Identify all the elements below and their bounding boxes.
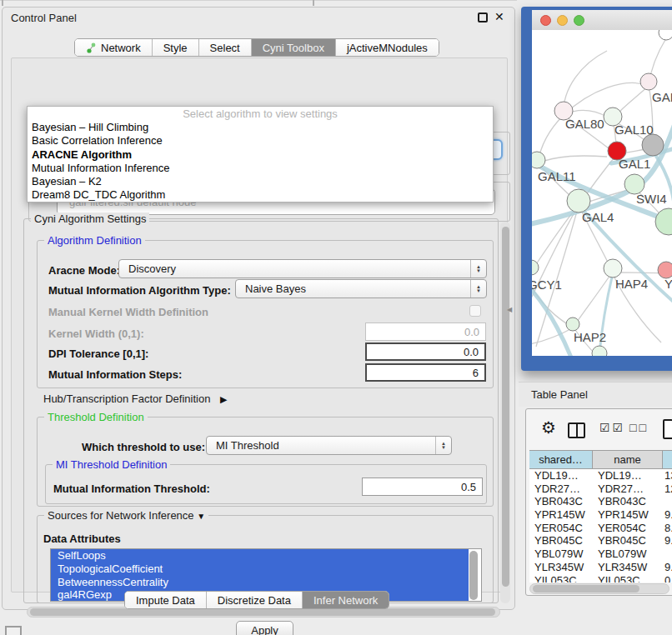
node-label-gal80: GAL80 xyxy=(565,117,604,131)
settings-vertical-scrollbar[interactable] xyxy=(500,222,510,603)
table-row[interactable]: YLR345WYLR345W9. xyxy=(529,561,672,574)
table-cell: 8. xyxy=(663,522,672,535)
control-panel-window: Control Panel ✕ NetworkStyleSelectCyni T… xyxy=(2,7,515,610)
close-window-icon[interactable] xyxy=(540,15,551,26)
tab-jactivemnodules[interactable]: jActiveMNodules xyxy=(335,39,439,56)
dpi-tolerance-label: DPI Tolerance [0,1]: xyxy=(48,348,148,360)
tab-cyni-toolbox[interactable]: Cyni Toolbox xyxy=(251,39,335,56)
which-threshold-select[interactable]: MI Threshold xyxy=(206,436,452,455)
algorithm-option-aracne-algorithm[interactable]: ARACNE Algorithm xyxy=(28,148,493,162)
settings-scrollbar-thumb[interactable] xyxy=(502,227,509,587)
cyni-toolbox-panel: galFiltered.sif default node Select algo… xyxy=(11,58,508,592)
attribute-item-betweennesscentrality[interactable]: BetweennessCentrality xyxy=(51,576,469,589)
combo-stepper-icon xyxy=(470,260,486,278)
minimize-window-icon[interactable] xyxy=(557,15,568,26)
manual-kernel-checkbox[interactable] xyxy=(469,305,481,317)
tab-jactivemnodules-label: jActiveMNodules xyxy=(347,42,428,54)
tab-style-label: Style xyxy=(163,42,188,54)
algorithm-option-dream8-dc-tdc-algorithm[interactable]: Dream8 DC_TDC Algorithm xyxy=(28,188,493,202)
deselect-all-checkboxes-icon[interactable]: □□ xyxy=(629,421,649,434)
attribute-item-selfloops[interactable]: SelfLoops xyxy=(51,549,469,562)
sources-group-title[interactable]: Sources for Network Inference ▼ xyxy=(44,509,208,522)
table-row[interactable]: YBR043CYBR043C xyxy=(529,495,672,508)
network-node-hap4[interactable] xyxy=(604,259,622,278)
hub-definition-toggle[interactable]: Hub/Transcription Factor Definition ▶ xyxy=(43,392,227,405)
network-node[interactable] xyxy=(592,346,607,356)
network-icon xyxy=(86,42,97,53)
network-canvas[interactable]: GALGAL80GAL10GAL1GAL11SWI4GAL4GCY1HAP4YH… xyxy=(532,30,672,356)
aracne-mode-select[interactable]: Discovery xyxy=(118,259,487,278)
network-edge[interactable] xyxy=(538,156,607,163)
zoom-window-icon[interactable] xyxy=(574,15,584,26)
select-all-checkboxes-icon[interactable]: ☑☑ xyxy=(599,421,625,434)
table-row[interactable]: YDR27…YDR27…12 xyxy=(529,482,672,496)
tab-network[interactable]: Network xyxy=(75,39,152,56)
control-panel-titlebar[interactable]: Control Panel ✕ xyxy=(3,8,514,28)
algorithm-option-bayesian-hill-climbing[interactable]: Bayesian – Hill Climbing xyxy=(28,121,493,134)
column-header-shared[interactable]: shared… xyxy=(529,451,593,468)
network-node[interactable] xyxy=(659,30,672,40)
dpi-tolerance-input[interactable]: 0.0 xyxy=(365,342,486,361)
column-header-2[interactable] xyxy=(663,451,672,468)
table-row[interactable]: YER054CYER054C8. xyxy=(529,522,672,535)
node-label-gcy1: GCY1 xyxy=(532,278,562,292)
mi-steps-input[interactable]: 6 xyxy=(365,363,486,382)
panel-splitter-handle[interactable]: ◀ xyxy=(507,306,512,313)
table-panel-header: Table Panel xyxy=(519,382,672,407)
network-node-hap2[interactable] xyxy=(566,318,579,331)
mi-threshold-input[interactable]: 0.5 xyxy=(362,478,483,496)
network-node[interactable] xyxy=(642,134,664,156)
float-panel-icon[interactable] xyxy=(478,12,488,22)
table-cell: 9. xyxy=(663,561,672,574)
algorithm-option-basic-correlation-inference[interactable]: Basic Correlation Inference xyxy=(28,134,493,148)
close-panel-icon[interactable]: ✕ xyxy=(494,10,504,23)
table-row[interactable]: YDL19…YDL19…13 xyxy=(529,469,672,482)
control-panel-tabbar: NetworkStyleSelectCyni ToolboxjActiveMNo… xyxy=(74,38,439,57)
algorithm-dropdown-popup: Select algorithm to view settings Bayesi… xyxy=(27,106,494,202)
listbox-scrollbar-thumb[interactable] xyxy=(469,551,478,600)
apply-button[interactable]: Apply xyxy=(236,621,293,635)
network-node-gal11[interactable] xyxy=(532,152,545,168)
network-node-y[interactable] xyxy=(658,262,672,278)
network-edge-highlighted[interactable] xyxy=(632,351,672,356)
table-cell: YBR045C xyxy=(593,534,663,548)
network-view-window[interactable]: GALGAL80GAL10GAL1GAL11SWI4GAL4GCY1HAP4YH… xyxy=(521,7,672,371)
algorithm-option-bayesian-k2[interactable]: Bayesian – K2 xyxy=(28,175,493,188)
collapsed-panel-icon[interactable] xyxy=(5,626,22,635)
columns-icon[interactable] xyxy=(568,422,585,438)
kernel-width-input[interactable]: 0.0 xyxy=(365,322,486,341)
cyni-algorithm-settings-title: Cyni Algorithm Settings xyxy=(31,212,149,225)
tab-infer-network[interactable]: Infer Network xyxy=(302,592,389,608)
table-row[interactable]: YPR145WYPR145W9. xyxy=(529,508,672,522)
table-horizontal-scrollbar[interactable] xyxy=(529,583,669,594)
table-cell xyxy=(663,495,672,508)
tab-impute-data[interactable]: Impute Data xyxy=(125,592,206,608)
table-row[interactable]: YBL079WYBL079W xyxy=(529,548,672,561)
network-node-gal[interactable] xyxy=(640,73,657,90)
algorithm-option-mutual-information-inference[interactable]: Mutual Information Inference xyxy=(28,162,493,175)
tab-select[interactable]: Select xyxy=(198,39,251,56)
tab-cyni-toolbox-label: Cyni Toolbox xyxy=(263,42,324,54)
document-icon[interactable] xyxy=(663,419,672,439)
column-header-name[interactable]: name xyxy=(593,451,663,468)
mi-threshold-group-title: MI Threshold Definition xyxy=(53,458,170,471)
network-window-titlebar[interactable] xyxy=(532,10,672,30)
network-node-gal4[interactable] xyxy=(567,189,590,212)
gear-icon[interactable]: ⚙ xyxy=(541,419,556,436)
mi-type-select[interactable]: Naive Bayes xyxy=(235,279,487,298)
frame-tick-left xyxy=(2,0,3,6)
table-row[interactable]: YIL053CYIL053C0 xyxy=(529,574,672,583)
table-row[interactable]: YBR045CYBR045C9. xyxy=(529,534,672,548)
table-cell: YPR145W xyxy=(529,508,593,522)
tab-discretize-data[interactable]: Discretize Data xyxy=(206,592,302,608)
tab-style[interactable]: Style xyxy=(152,39,198,56)
attribute-item-topologicalcoefficient[interactable]: TopologicalCoefficient xyxy=(51,562,469,576)
table-hscrollbar-thumb[interactable] xyxy=(533,585,639,592)
network-edge[interactable] xyxy=(532,328,574,345)
table-cell: YIL053C xyxy=(593,574,663,583)
node-label-swi4: SWI4 xyxy=(636,192,667,206)
node-label-gal: GAL xyxy=(652,90,672,104)
tab-select-label: Select xyxy=(210,42,240,54)
settings-hscrollbar-thumb[interactable] xyxy=(30,608,495,616)
table-body: YDL19…YDL19…13YDR27…YDR27…12YBR043CYBR04… xyxy=(529,469,672,582)
